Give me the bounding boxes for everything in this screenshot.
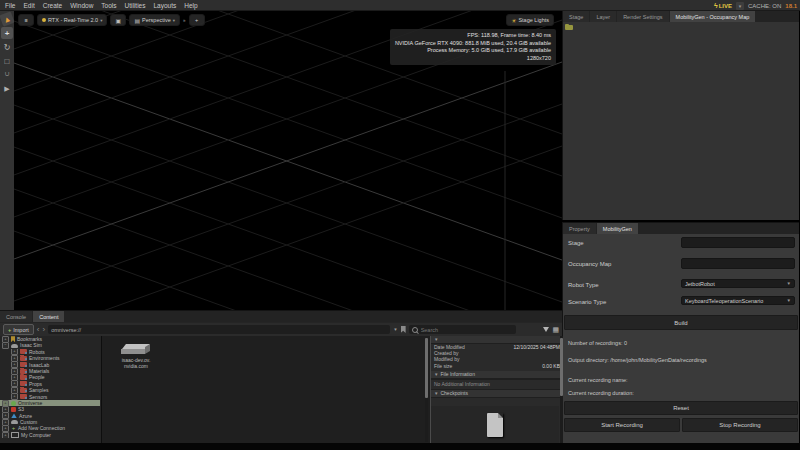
menu-tools[interactable]: Tools (101, 2, 116, 9)
stats-memory-line: Process Memory: 5.0 GiB used, 17.9 GiB a… (395, 47, 551, 55)
folder-icon (20, 356, 27, 361)
scenario-type-dropdown[interactable]: KeyboardTeleoperationScenario ▼ (681, 296, 795, 305)
menu-file[interactable]: File (5, 2, 15, 9)
reset-button[interactable]: Reset (564, 401, 798, 415)
live-dropdown-button[interactable]: ▾ (736, 2, 744, 10)
s3-icon (11, 407, 16, 412)
folder-icon (20, 362, 27, 367)
current-recording-name: Current recording name: (568, 377, 628, 383)
tab-console[interactable]: Console (0, 311, 32, 322)
file-area-scrollbar[interactable] (425, 338, 428, 442)
collapse-icon: ▼ (434, 337, 438, 342)
no-additional-info: No Additional Information (431, 379, 563, 390)
capture-icon[interactable]: ▣ (110, 14, 126, 26)
live-cluster: ϟLIVE ▾ CACHE: ON 18.1 (714, 0, 797, 11)
expand-icon[interactable]: + (2, 425, 9, 431)
rotate-tool-icon[interactable]: ↻ (1, 41, 13, 53)
details-scrollbar[interactable] (560, 336, 563, 444)
file-item-server[interactable]: isaac-dev.ov. nvidia.com (110, 344, 162, 369)
file-thumbnail-icon (487, 413, 503, 437)
filter-icon[interactable] (543, 327, 549, 332)
viewport-3d[interactable]: ≡ RTX - Real-Time 2.0 ▾ ▣ ▤ Perspective … (14, 11, 562, 310)
scenario-type-label: Scenario Type (568, 299, 606, 305)
start-recording-button[interactable]: Start Recording (564, 418, 680, 432)
renderer-selector[interactable]: RTX - Real-Time 2.0 ▾ (37, 14, 107, 26)
menu-utilities[interactable]: Utilities (125, 2, 146, 9)
menu-layouts[interactable]: Layouts (153, 2, 176, 9)
hamburger-menu-icon[interactable]: ≡ (18, 14, 34, 26)
expand-icon[interactable]: + (2, 432, 9, 438)
stage-panel-tabbar: Stage Layer Render Settings MobilityGen … (563, 11, 799, 22)
tab-render-settings[interactable]: Render Settings (617, 11, 668, 22)
light-icon: ☀ (511, 17, 516, 24)
play-button-icon[interactable]: ▶ (1, 83, 13, 95)
content-tabbar: Console Content (0, 311, 562, 322)
cache-status: CACHE: ON (748, 3, 781, 9)
expand-toolbar-icon[interactable]: » (183, 18, 186, 23)
content-toolbar: + Import ‹ › ▼ ▦ (0, 323, 562, 336)
chevron-down-icon: ▾ (100, 18, 102, 23)
folder-icon (20, 381, 27, 386)
recordings-count: Number of recordings: 0 (568, 340, 627, 346)
tab-property[interactable]: Property (563, 223, 596, 234)
forward-icon[interactable]: › (42, 325, 45, 334)
file-listing[interactable]: isaac-dev.ov. nvidia.com (101, 336, 431, 444)
menu-help[interactable]: Help (184, 2, 197, 9)
tab-stage[interactable]: Stage (563, 11, 589, 22)
menu-edit[interactable]: Edit (23, 2, 34, 9)
folder-icon (20, 369, 27, 374)
detail-label: File size (434, 363, 452, 369)
scale-tool-icon[interactable]: □ (1, 55, 13, 67)
content-tree: +Bookmarks−Isaac Sim+Robots+Environments… (0, 336, 100, 444)
occupancy-map-input[interactable] (681, 258, 795, 269)
file-item-name: nvidia.com (110, 363, 162, 369)
expand-icon[interactable]: + (11, 394, 18, 400)
grid-view-icon[interactable]: ▦ (552, 326, 559, 334)
expand-icon[interactable]: + (11, 362, 18, 368)
tab-layer[interactable]: Layer (590, 11, 616, 22)
menu-window[interactable]: Window (70, 2, 93, 9)
search-input[interactable] (409, 325, 516, 334)
path-input[interactable] (48, 325, 390, 334)
stage-field-label: Stage (568, 240, 584, 246)
add-viewport-icon[interactable]: + (189, 14, 205, 26)
menu-bar: File Edit Create Window Tools Utilities … (0, 0, 800, 11)
import-button[interactable]: + Import (3, 324, 34, 335)
stats-gpu-line: NVIDIA GeForce RTX 4090: 881.8 MiB used,… (395, 40, 551, 48)
menu-create[interactable]: Create (43, 2, 63, 9)
live-button[interactable]: ϟLIVE (714, 2, 732, 9)
build-button[interactable]: Build (564, 315, 798, 330)
bookmark-icon[interactable] (401, 326, 406, 333)
bookmark-icon (11, 336, 15, 342)
robot-type-label: Robot Type (568, 282, 599, 288)
stage-input[interactable] (681, 237, 795, 248)
collapse-icon: ▼ (434, 391, 438, 396)
viewport-stats: FPS: 118.98, Frame time: 8.40 ms NVIDIA … (390, 29, 556, 65)
tab-mobilitygen-occupancy-map[interactable]: MobilityGen - Occupancy Map (670, 11, 756, 22)
path-dropdown-icon[interactable]: ▼ (393, 327, 397, 332)
search-icon (412, 327, 418, 333)
stats-resolution-line: 1280x720 (395, 55, 551, 63)
current-recording-duration: Current recording duration: (568, 390, 634, 396)
window-bottom-bar (0, 443, 800, 450)
azure-icon (11, 413, 17, 418)
details-collapse-header[interactable]: ▼ (431, 336, 563, 344)
file-information-header[interactable]: ▼ File Information (431, 371, 563, 379)
snap-tool-icon[interactable]: ∩ (1, 69, 13, 81)
tab-mobilitygen[interactable]: MobilityGen (597, 223, 638, 234)
content-browser: Console Content + Import ‹ › ▼ ▦ +Bookma… (0, 310, 562, 444)
back-icon[interactable]: ‹ (37, 325, 40, 334)
move-tool-icon[interactable]: + (1, 27, 13, 39)
robot-type-dropdown[interactable]: JetbotRobot ▼ (681, 279, 795, 288)
select-tool-icon[interactable]: ▲ (0, 11, 15, 26)
stop-recording-button[interactable]: Stop Recording (682, 418, 798, 432)
checkpoints-header[interactable]: ▼ Checkpoints (431, 390, 563, 398)
stage-panel: Stage Layer Render Settings MobilityGen … (562, 11, 799, 220)
folder-icon (20, 349, 27, 354)
tree-item-my-computer[interactable]: +My Computer (0, 432, 100, 438)
tab-content[interactable]: Content (33, 311, 64, 322)
collapse-icon[interactable]: − (2, 342, 9, 348)
folder-icon[interactable] (565, 25, 573, 30)
stage-lights-button[interactable]: ☀ Stage Lights (506, 14, 554, 26)
camera-selector[interactable]: ▤ Perspective ▾ (129, 14, 180, 26)
